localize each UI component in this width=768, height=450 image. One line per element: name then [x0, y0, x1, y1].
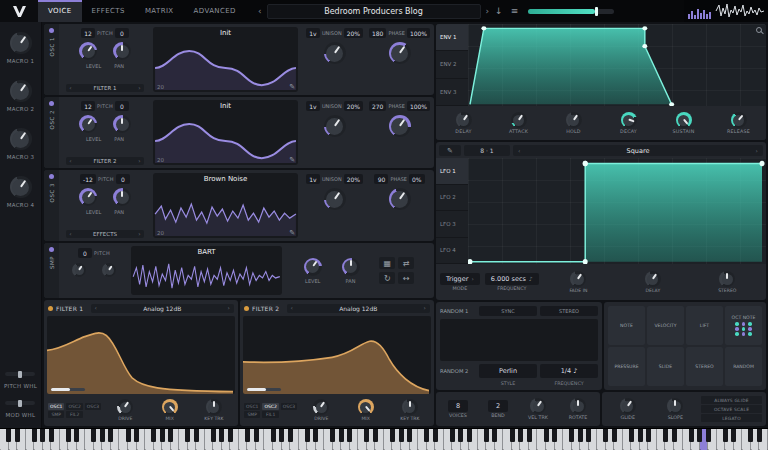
osc3-tab[interactable]: OSC 3 — [44, 170, 59, 241]
env-decay-knob[interactable] — [621, 112, 637, 128]
osc3-phase-knob[interactable] — [389, 188, 411, 210]
filter1-mix-knob[interactable] — [162, 399, 178, 415]
piano-key-black[interactable] — [697, 429, 702, 442]
sampler-transpose[interactable]: 0 — [78, 248, 92, 258]
mod-source-lift[interactable]: LIFT — [686, 306, 723, 345]
osc1-tune[interactable]: 0 — [115, 28, 129, 38]
mod-source-oct-note[interactable]: OCT NOTE — [725, 306, 762, 345]
osc2-frame-number[interactable]: 20 — [157, 157, 164, 163]
osc1-route-selector[interactable]: ‹ FILTER 1 › — [66, 84, 143, 92]
slope-knob[interactable] — [667, 398, 683, 414]
filter1-keytrack-knob[interactable] — [206, 399, 222, 415]
osc1-phase-rand[interactable]: 100% — [407, 28, 430, 38]
lfo-grid-selector[interactable]: 8 · 1 — [464, 145, 510, 156]
tab-advanced[interactable]: ADVANCED — [184, 0, 246, 22]
piano-key-black[interactable] — [6, 429, 11, 442]
osc3-wavetable-display[interactable]: Brown Noise 20 ✎ — [153, 173, 298, 238]
piano-key-black[interactable] — [151, 429, 156, 442]
filter1-input-osc1[interactable]: OSC1 — [48, 403, 64, 410]
piano-key-black[interactable] — [689, 429, 694, 442]
osc3-wavetable-name[interactable]: Brown Noise — [153, 175, 298, 183]
piano-key-black[interactable] — [211, 429, 216, 442]
piano-key-black[interactable] — [399, 429, 404, 442]
mod-source-note[interactable]: NOTE — [608, 306, 645, 345]
wavetable-editor-icon[interactable]: ✎ — [289, 156, 295, 164]
always-glide-toggle[interactable]: ALWAYS GLIDE — [701, 396, 762, 404]
piano-key-black[interactable] — [723, 429, 728, 442]
env-delay-knob[interactable] — [456, 112, 472, 128]
piano-key-black[interactable] — [330, 429, 335, 442]
osc1-frame-number[interactable]: 20 — [157, 84, 164, 90]
tab-lfo2[interactable]: LFO 2 — [436, 185, 468, 212]
filter1-mix-slider[interactable] — [51, 388, 85, 391]
tab-env2[interactable]: ENV 2 — [436, 51, 468, 78]
glide-knob[interactable] — [620, 398, 636, 414]
piano-key-black[interactable] — [612, 429, 617, 442]
random-style-selector[interactable]: Perlin — [479, 364, 537, 378]
piano-key-black[interactable] — [407, 429, 412, 442]
osc3-phase-rand[interactable]: 0% — [409, 174, 425, 184]
filter2-drive-knob[interactable] — [313, 399, 329, 415]
macro1-knob[interactable] — [10, 32, 32, 54]
piano-key-black[interactable] — [484, 429, 489, 442]
osc1-power-icon[interactable] — [49, 28, 54, 33]
mod-source-random[interactable]: RANDOM — [725, 347, 762, 386]
filter2-input-osc1[interactable]: OSC1 — [244, 403, 260, 410]
mod-source-slide[interactable]: SLIDE — [647, 347, 684, 386]
octave-scale-toggle[interactable]: OCTAVE SCALE — [701, 405, 762, 413]
osc1-transpose[interactable]: 12 — [81, 28, 95, 38]
piano-key-black[interactable] — [467, 429, 472, 442]
piano-key-black[interactable] — [638, 429, 643, 442]
lfo-frequency-selector[interactable]: 6.000 secs ♪ — [485, 273, 539, 285]
piano-key-black[interactable] — [271, 429, 276, 442]
piano-key-black[interactable] — [424, 429, 429, 442]
osc3-unison-knob[interactable] — [324, 188, 346, 210]
filter2-mix-slider[interactable] — [247, 388, 281, 391]
osc3-frame-number[interactable]: 20 — [157, 230, 164, 236]
lfo-fadein-knob[interactable] — [570, 271, 586, 287]
osc2-tune[interactable]: 0 — [115, 101, 129, 111]
piano-key-black[interactable] — [40, 429, 45, 442]
piano-key-black[interactable] — [552, 429, 557, 442]
macro3-knob[interactable] — [10, 128, 32, 150]
osc2-phase[interactable]: 270 — [369, 101, 386, 111]
sampler-keytrack-knob[interactable] — [102, 263, 116, 277]
piano-key-black[interactable] — [629, 429, 634, 442]
osc3-power-icon[interactable] — [49, 174, 54, 179]
osc1-unison-knob[interactable] — [324, 42, 346, 64]
mod-source-pressure[interactable]: PRESSURE — [608, 347, 645, 386]
osc2-tab[interactable]: OSC 2 — [44, 97, 59, 168]
tempo-sync-icon[interactable]: ♪ — [529, 276, 533, 282]
random1-display[interactable] — [440, 319, 598, 361]
tab-voice[interactable]: VOICE — [38, 0, 82, 22]
osc2-route-selector[interactable]: ‹ FILTER 2 › — [66, 157, 143, 165]
osc1-unison-detune[interactable]: 20% — [344, 28, 363, 38]
env-hold-knob[interactable] — [566, 112, 582, 128]
filter2-keytrack-knob[interactable] — [402, 399, 418, 415]
filter1-input-smp[interactable]: SMP — [48, 411, 64, 418]
sample-display[interactable]: BART — [131, 246, 282, 295]
filter1-input-fil2[interactable]: FIL2 — [66, 411, 82, 418]
filter1-drive-knob[interactable] — [117, 399, 133, 415]
osc1-phase[interactable]: 180 — [369, 28, 386, 38]
bounce-icon[interactable]: ↔ — [398, 272, 414, 284]
osc2-wavetable-name[interactable]: Init — [153, 102, 298, 110]
filter1-model-selector[interactable]: ‹ Analog 12dB › — [91, 304, 235, 313]
env-attack-knob[interactable] — [511, 112, 527, 128]
macro4-knob[interactable] — [10, 176, 32, 198]
osc2-phase-knob[interactable] — [389, 115, 411, 137]
legato-toggle[interactable]: LEGATO — [701, 414, 762, 422]
piano-key-black[interactable] — [586, 429, 591, 442]
piano-key-black[interactable] — [527, 429, 532, 442]
osc3-level-knob[interactable] — [79, 188, 97, 206]
piano-key-black[interactable] — [32, 429, 37, 442]
tab-env3[interactable]: ENV 3 — [436, 79, 468, 106]
piano-key-black[interactable] — [569, 429, 574, 442]
random-start-icon[interactable]: ⇄ — [398, 257, 414, 269]
lfo-paint-icon[interactable]: ✎ — [439, 145, 461, 156]
piano-key-black[interactable] — [339, 429, 344, 442]
master-volume-slider[interactable] — [528, 9, 614, 14]
mod-source-stereo[interactable]: STEREO — [686, 347, 723, 386]
piano-key-black[interactable] — [433, 429, 438, 442]
tab-lfo1[interactable]: LFO 1 — [436, 158, 468, 185]
